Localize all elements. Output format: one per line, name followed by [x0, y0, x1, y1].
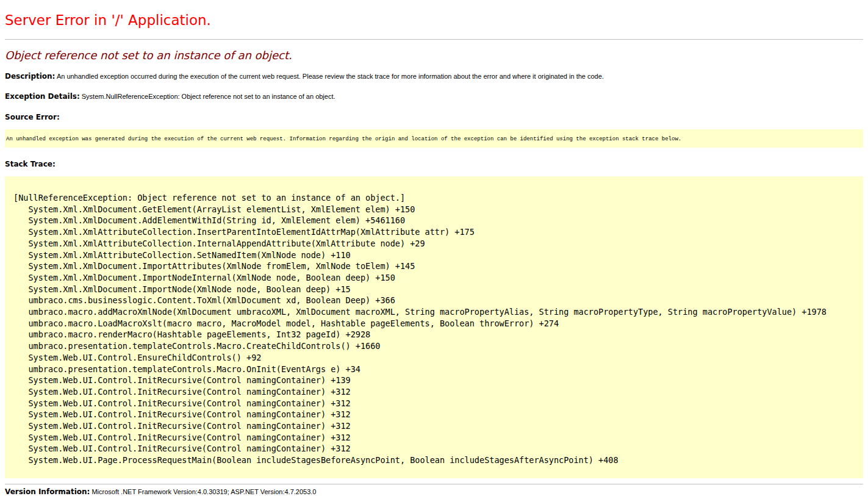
footer-divider: [5, 484, 863, 484]
source-error-label: Source Error:: [5, 113, 60, 121]
version-information-row: Version Information: Microsoft .NET Fram…: [5, 488, 863, 496]
page-title: Server Error in '/' Application.: [5, 12, 863, 29]
server-error-page: Server Error in '/' Application. Object …: [5, 12, 863, 496]
source-error-heading: Source Error:: [5, 113, 863, 121]
source-error-text: An unhandled exception was generated dur…: [6, 136, 681, 142]
stack-trace-heading: Stack Trace:: [5, 160, 863, 168]
stack-trace-text: [NullReferenceException: Object referenc…: [5, 176, 863, 478]
version-information-text: Microsoft .NET Framework Version:4.0.303…: [91, 488, 316, 495]
title-divider: [5, 39, 863, 40]
description-row: Description: An unhandled exception occu…: [5, 73, 863, 81]
version-information-label: Version Information:: [5, 487, 90, 496]
error-message: Object reference not set to an instance …: [5, 49, 863, 62]
exception-details-label: Exception Details:: [5, 92, 80, 101]
source-error-box: An unhandled exception was generated dur…: [5, 129, 863, 148]
exception-details-text: System.NullReferenceException: Object re…: [82, 93, 335, 100]
stack-trace-box: [NullReferenceException: Object referenc…: [5, 176, 863, 478]
exception-details-row: Exception Details: System.NullReferenceE…: [5, 93, 863, 101]
stack-trace-label: Stack Trace:: [5, 160, 56, 168]
description-text: An unhandled exception occurred during t…: [57, 73, 604, 80]
description-label: Description:: [5, 72, 55, 81]
